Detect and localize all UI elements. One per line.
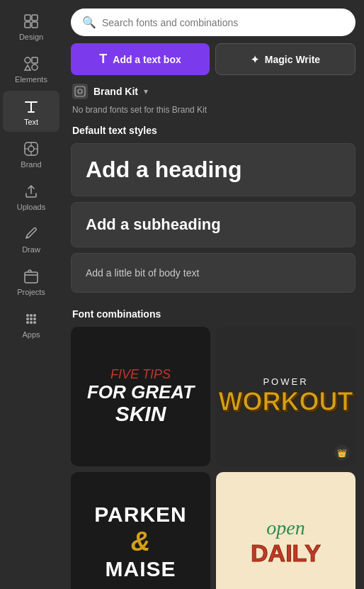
svg-point-4 (25, 57, 30, 63)
font-combinations-grid: FIVE TIPS FOR GREAT SKIN POWER WORKOUT 👑… (71, 327, 356, 589)
body-text: Add a little bit of body text (86, 267, 199, 279)
sidebar-item-text[interactable]: Text (3, 91, 59, 132)
daily-open: open (251, 517, 321, 539)
uploads-icon (23, 183, 40, 200)
sidebar-item-design[interactable]: Design (3, 6, 59, 47)
sidebar-item-draw-label: Draw (22, 245, 40, 254)
skin-skin: SKIN (87, 402, 194, 425)
body-text-card[interactable]: Add a little bit of body text (71, 253, 356, 293)
parken-text: PARKEN & MAISE (94, 503, 186, 581)
main-panel: 🔍 T Add a text box ✦ Magic Write Brand K… (62, 0, 364, 589)
workout-text: POWER WORKOUT (219, 376, 353, 417)
svg-point-20 (78, 89, 82, 94)
skin-five: FIVE TIPS (87, 368, 194, 382)
sidebar-item-brand[interactable]: Brand (3, 133, 59, 174)
daily-text: open DAILY (251, 517, 321, 567)
svg-point-16 (26, 321, 29, 324)
parken-name2: MAISE (105, 557, 176, 580)
workout-main: WORKOUT (219, 387, 353, 417)
skin-for: FOR GREAT (87, 382, 194, 403)
svg-rect-2 (25, 22, 30, 28)
sidebar-item-draw[interactable]: Draw (3, 218, 59, 259)
svg-rect-0 (25, 15, 30, 21)
magic-write-label: Magic Write (265, 54, 320, 65)
font-combo-workout[interactable]: POWER WORKOUT 👑 (216, 327, 356, 466)
svg-point-17 (30, 321, 33, 324)
svg-point-18 (33, 321, 36, 324)
subheading-text: Add a subheading (86, 215, 221, 233)
skin-text: FIVE TIPS FOR GREAT SKIN (87, 368, 194, 425)
svg-rect-9 (25, 272, 38, 283)
font-combo-skin[interactable]: FIVE TIPS FOR GREAT SKIN (71, 327, 210, 466)
svg-rect-19 (75, 86, 85, 96)
svg-rect-1 (32, 15, 38, 21)
crown-badge: 👑 (334, 445, 350, 461)
text-icon (23, 98, 40, 115)
parken-amp-line: & (94, 527, 186, 557)
sidebar-item-elements-label: Elements (15, 75, 47, 84)
sidebar: Design Elements Text (0, 0, 62, 589)
workout-power: POWER (219, 376, 353, 387)
daily-daily: DAILY (251, 539, 321, 567)
sidebar-item-uploads[interactable]: Uploads (3, 176, 59, 217)
action-buttons: T Add a text box ✦ Magic Write (71, 43, 356, 75)
add-text-button[interactable]: T Add a text box (71, 43, 210, 75)
sidebar-item-projects-label: Projects (17, 288, 45, 296)
search-input[interactable] (102, 17, 344, 28)
magic-write-icon: ✦ (251, 54, 259, 65)
add-text-label: Add a text box (113, 54, 181, 65)
subheading-card[interactable]: Add a subheading (71, 202, 356, 247)
sidebar-item-elements[interactable]: Elements (3, 48, 59, 89)
projects-icon (23, 268, 40, 285)
draw-icon (23, 225, 40, 242)
font-combo-parken[interactable]: PARKEN & MAISE (71, 472, 210, 589)
sidebar-item-brand-label: Brand (21, 160, 41, 169)
default-styles-title: Default text styles (72, 125, 354, 136)
font-combo-daily[interactable]: open DAILY (216, 472, 356, 589)
svg-point-12 (33, 314, 36, 317)
parken-amp: & (131, 527, 150, 556)
brand-kit-icon (72, 84, 88, 99)
sidebar-item-text-label: Text (24, 118, 38, 126)
svg-point-15 (33, 318, 36, 320)
sidebar-item-uploads-label: Uploads (17, 203, 45, 211)
svg-point-11 (30, 314, 33, 317)
font-combinations-title: Font combinations (72, 308, 354, 320)
svg-rect-5 (32, 57, 38, 63)
sidebar-item-design-label: Design (19, 33, 43, 41)
svg-point-8 (28, 146, 34, 152)
magic-write-button[interactable]: ✦ Magic Write (215, 43, 356, 75)
search-bar: 🔍 (71, 9, 356, 36)
brand-kit-row[interactable]: Brand Kit ▾ (72, 84, 354, 99)
heading-card[interactable]: Add a heading (71, 143, 356, 196)
svg-point-14 (30, 318, 33, 320)
search-icon: 🔍 (82, 16, 96, 29)
svg-point-10 (26, 314, 29, 317)
apps-icon (23, 310, 40, 327)
no-brand-text: No brand fonts set for this Brand Kit (72, 105, 354, 115)
svg-rect-6 (32, 64, 38, 70)
brand-icon (23, 140, 40, 157)
sidebar-item-apps-label: Apps (22, 330, 40, 339)
svg-rect-3 (32, 22, 38, 28)
svg-point-13 (26, 318, 29, 320)
sidebar-item-apps[interactable]: Apps (3, 303, 59, 344)
text-box-icon: T (99, 52, 107, 67)
brand-kit-label: Brand Kit (93, 86, 138, 97)
parken-name1: PARKEN (94, 503, 186, 527)
sidebar-item-projects[interactable]: Projects (3, 261, 59, 302)
design-icon (23, 13, 40, 30)
heading-text: Add a heading (86, 157, 241, 182)
elements-icon (23, 55, 40, 72)
chevron-down-icon: ▾ (144, 86, 148, 96)
